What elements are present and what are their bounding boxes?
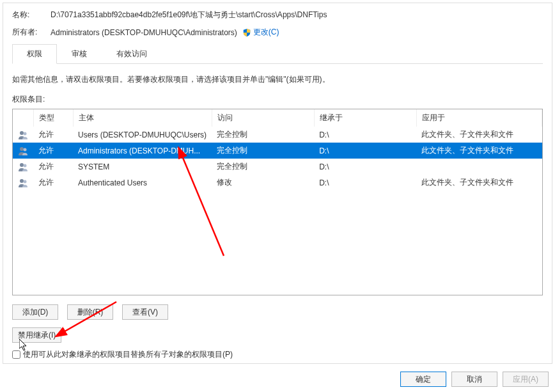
- row-applies: 此文件夹、子文件夹和文件: [416, 175, 542, 191]
- row-principal: Authenticated Users: [73, 175, 212, 191]
- view-button[interactable]: 查看(V): [122, 304, 168, 320]
- row-access: 修改: [212, 175, 314, 191]
- disable-inheritance-button[interactable]: 禁用继承(I): [12, 327, 61, 343]
- row-applies: 此文件夹、子文件夹和文件: [416, 143, 542, 159]
- row-access: 完全控制: [212, 159, 314, 175]
- svg-point-2: [20, 147, 24, 151]
- dialog-buttons: 确定 取消 应用(A): [400, 372, 549, 387]
- owner-row: 所有者: Administrators (DESKTOP-DMUHUQC\Adm…: [12, 27, 543, 38]
- row-access: 完全控制: [212, 127, 314, 143]
- ok-button[interactable]: 确定: [400, 372, 446, 387]
- table-row[interactable]: 允许 Administrators (DESKTOP-DMUH... 完全控制 …: [13, 143, 542, 159]
- column-type[interactable]: 类型: [33, 109, 73, 127]
- table-header-row: 类型 主体 访问 继承于 应用于: [13, 109, 542, 127]
- column-access[interactable]: 访问: [212, 109, 314, 127]
- owner-label: 所有者:: [12, 27, 51, 38]
- name-label: 名称:: [12, 10, 51, 20]
- row-inherited: D:\: [314, 127, 416, 143]
- permission-entries-label: 权限条目:: [12, 94, 543, 105]
- replace-children-checkbox-row[interactable]: 使用可从此对象继承的权限项目替换所有子对象的权限项目(P): [12, 349, 543, 360]
- replace-children-checkbox[interactable]: [12, 350, 20, 359]
- row-type: 允许: [33, 175, 73, 191]
- column-applies-to[interactable]: 应用于: [416, 109, 542, 127]
- svg-point-5: [24, 164, 27, 167]
- apply-button: 应用(A): [503, 372, 549, 387]
- tab-permissions[interactable]: 权限: [12, 44, 57, 64]
- svg-point-7: [24, 180, 27, 183]
- table-row[interactable]: 允许 SYSTEM 完全控制 D:\: [13, 159, 542, 175]
- column-icon[interactable]: [13, 109, 33, 127]
- row-icon-cell: [13, 159, 33, 175]
- remove-button[interactable]: 删除(R): [67, 304, 113, 320]
- row-applies: 此文件夹、子文件夹和文件: [416, 127, 542, 143]
- row-inherited: D:\: [314, 175, 416, 191]
- column-inherited-from[interactable]: 继承于: [314, 109, 416, 127]
- row-type: 允许: [33, 159, 73, 175]
- row-icon-cell: [13, 143, 33, 159]
- table-row[interactable]: 允许 Users (DESKTOP-DMUHUQC\Users) 完全控制 D:…: [13, 127, 542, 143]
- row-type: 允许: [33, 143, 73, 159]
- svg-point-4: [20, 163, 24, 167]
- name-value: D:\7071a3351abbf92cbae4db2fe5f1e09f\地下城与…: [51, 10, 327, 20]
- row-icon-cell: [13, 175, 33, 191]
- tab-auditing[interactable]: 审核: [57, 44, 102, 64]
- inherit-row: 禁用继承(I): [12, 327, 543, 343]
- row-principal: Users (DESKTOP-DMUHUQC\Users): [73, 127, 212, 143]
- row-applies: [416, 159, 542, 175]
- svg-point-6: [20, 179, 24, 183]
- row-access: 完全控制: [212, 143, 314, 159]
- row-inherited: D:\: [314, 159, 416, 175]
- table-row[interactable]: 允许 Authenticated Users 修改 D:\ 此文件夹、子文件夹和…: [13, 175, 542, 191]
- svg-point-3: [24, 148, 27, 151]
- name-row: 名称: D:\7071a3351abbf92cbae4db2fe5f1e09f\…: [12, 10, 543, 20]
- advanced-security-dialog: 名称: D:\7071a3351abbf92cbae4db2fe5f1e09f\…: [3, 3, 552, 364]
- action-buttons: 添加(D) 删除(R) 查看(V): [12, 304, 543, 320]
- row-icon-cell: [13, 127, 33, 143]
- change-owner-text: 更改(C): [253, 27, 279, 38]
- tabs: 权限 审核 有效访问: [12, 44, 543, 64]
- row-principal: SYSTEM: [73, 159, 212, 175]
- svg-point-1: [24, 132, 27, 135]
- row-inherited: D:\: [314, 143, 416, 159]
- description-text: 如需其他信息，请双击权限项目。若要修改权限项目，请选择该项目并单击"编辑"(如果…: [12, 74, 543, 85]
- svg-point-0: [20, 131, 24, 135]
- row-type: 允许: [33, 127, 73, 143]
- row-principal: Administrators (DESKTOP-DMUH...: [73, 143, 212, 159]
- owner-value: Administrators (DESKTOP-DMUHUQC\Administ…: [51, 28, 237, 37]
- permission-table: 类型 主体 访问 继承于 应用于 允许 Users (DESKTOP-DMUHU…: [12, 109, 543, 295]
- cancel-button[interactable]: 取消: [451, 372, 497, 387]
- column-principal[interactable]: 主体: [73, 109, 212, 127]
- change-owner-link[interactable]: 更改(C): [242, 27, 279, 38]
- shield-icon: [242, 28, 251, 37]
- tab-effective-access[interactable]: 有效访问: [102, 44, 162, 64]
- add-button[interactable]: 添加(D): [12, 304, 58, 320]
- replace-children-label: 使用可从此对象继承的权限项目替换所有子对象的权限项目(P): [23, 349, 233, 360]
